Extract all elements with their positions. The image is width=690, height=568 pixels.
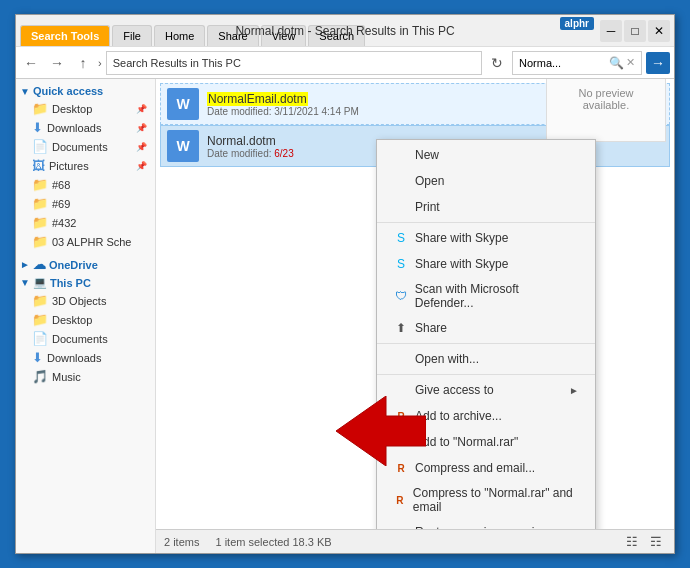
svg-marker-0 [336, 396, 426, 466]
explorer-window: Search Tools File Home Share View Search… [15, 14, 675, 554]
no-preview-panel: No preview available. [546, 79, 666, 142]
list-view-button[interactable]: ☶ [646, 532, 666, 552]
menu-item-new[interactable]: New [377, 142, 595, 168]
tab-file[interactable]: File [112, 25, 152, 46]
menu-item-open[interactable]: Open [377, 168, 595, 194]
sidebar-item-music[interactable]: 🎵 Music [16, 367, 155, 386]
pictures-folder-icon: 🖼 [32, 158, 45, 173]
folder-icon: 📄 [32, 331, 48, 346]
onedrive-icon: ☁ [33, 257, 46, 272]
sidebar-item-downloads-pc[interactable]: ⬇ Downloads [16, 348, 155, 367]
quick-access-label: Quick access [33, 85, 103, 97]
forward-button[interactable]: → [46, 52, 68, 74]
menu-label-share: Share [415, 321, 447, 335]
title-bar: Search Tools File Home Share View Search… [16, 15, 674, 47]
menu-item-skype2[interactable]: S Share with Skype [377, 251, 595, 277]
main-area: ▼ Quick access 📁 Desktop 📌 ⬇ Downloads 📌… [16, 79, 674, 553]
refresh-button[interactable]: ↻ [486, 52, 508, 74]
maximize-button[interactable]: □ [624, 20, 646, 42]
sidebar-item-3dobjects[interactable]: 📁 3D Objects [16, 291, 155, 310]
sidebar-item-69[interactable]: 📁 #69 [16, 194, 155, 213]
menu-label-openwith: Open with... [415, 352, 479, 366]
menu-separator-2 [377, 343, 595, 344]
skype-icon-2: S [393, 256, 409, 272]
pin-icon: 📌 [136, 104, 147, 114]
menu-label-addarchive: Add to archive... [415, 409, 502, 423]
sidebar-item-label: Desktop [52, 103, 92, 115]
skype-icon: S [393, 230, 409, 246]
winrar-icon-4: R [393, 492, 407, 508]
arrow-container [336, 396, 426, 469]
address-input[interactable] [106, 51, 482, 75]
sidebar-item-downloads[interactable]: ⬇ Downloads 📌 [16, 118, 155, 137]
view-controls: ☷ ☶ [622, 532, 666, 552]
clear-search-icon[interactable]: ✕ [626, 56, 635, 69]
sidebar-item-label: Downloads [47, 122, 101, 134]
menu-separator-3 [377, 374, 595, 375]
alphr-badge: alphr [560, 17, 594, 30]
menu-item-restore[interactable]: Restore previous versions [377, 519, 595, 529]
sidebar-item-desktop[interactable]: 📁 Desktop 📌 [16, 99, 155, 118]
red-arrow-svg [336, 396, 426, 466]
sidebar-item-pictures[interactable]: 🖼 Pictures 📌 [16, 156, 155, 175]
this-pc-header[interactable]: ▼ 💻 This PC [16, 274, 155, 291]
menu-item-print[interactable]: Print [377, 194, 595, 220]
menu-label-skype2: Share with Skype [415, 257, 508, 271]
defender-icon: 🛡 [393, 288, 409, 304]
tab-home[interactable]: Home [154, 25, 205, 46]
menu-label-open: Open [415, 174, 444, 188]
sidebar-item-432[interactable]: 📁 #432 [16, 213, 155, 232]
open-icon [393, 173, 409, 189]
this-pc-icon: 💻 [33, 276, 47, 289]
minimize-button[interactable]: ─ [600, 20, 622, 42]
sidebar-item-label: #68 [52, 179, 70, 191]
back-button[interactable]: ← [20, 52, 42, 74]
menu-item-openwith[interactable]: Open with... [377, 346, 595, 372]
onedrive-header[interactable]: ► ☁ OneDrive [16, 255, 155, 274]
address-bar: ← → ↑ › ↻ 🔍 ✕ → [16, 47, 674, 79]
chevron-down-icon: ▼ [20, 86, 30, 97]
up-button[interactable]: ↑ [72, 52, 94, 74]
go-button[interactable]: → [646, 52, 670, 74]
quick-access-header[interactable]: ▼ Quick access [16, 83, 155, 99]
file-name-text: NormalEmail.dotm [207, 92, 308, 106]
search-input[interactable] [519, 57, 609, 69]
menu-separator-1 [377, 222, 595, 223]
menu-label-skype1: Share with Skype [415, 231, 508, 245]
sidebar-item-documents[interactable]: 📄 Documents 📌 [16, 137, 155, 156]
details-view-button[interactable]: ☷ [622, 532, 642, 552]
menu-item-share[interactable]: ⬆ Share [377, 315, 595, 341]
sidebar-item-label: Desktop [52, 314, 92, 326]
menu-label-giveaccess: Give access to [415, 383, 494, 397]
word-logo: W [176, 96, 189, 112]
restore-icon [393, 524, 409, 529]
sidebar-item-label: Downloads [47, 352, 101, 364]
sidebar-item-label: 03 ALPHR Sche [52, 236, 132, 248]
tab-search-tools[interactable]: Search Tools [20, 25, 110, 46]
menu-item-compressrar[interactable]: R Compress to "Normal.rar" and email [377, 481, 595, 519]
pin-icon: 📌 [136, 123, 147, 133]
search-box[interactable]: 🔍 ✕ [512, 51, 642, 75]
sidebar-item-desktop-pc[interactable]: 📁 Desktop [16, 310, 155, 329]
menu-item-defender[interactable]: 🛡 Scan with Microsoft Defender... [377, 277, 595, 315]
folder-icon: 📁 [32, 196, 48, 211]
folder-icon: 📁 [32, 234, 48, 249]
pin-icon: 📌 [136, 161, 147, 171]
sidebar-item-label: Music [52, 371, 81, 383]
selected-info: 1 item selected 18.3 KB [215, 536, 331, 548]
sidebar-item-label: 3D Objects [52, 295, 106, 307]
folder-icon: 🎵 [32, 369, 48, 384]
sidebar-item-alphr[interactable]: 📁 03 ALPHR Sche [16, 232, 155, 251]
file-list: W NormalEmail.dotm Date modified: 3/11/2… [156, 79, 674, 529]
sidebar-item-documents-pc[interactable]: 📄 Documents [16, 329, 155, 348]
sidebar-item-label: #432 [52, 217, 76, 229]
search-icon: 🔍 [609, 56, 624, 70]
file-info-normalemail: NormalEmail.dotm Date modified: 3/11/202… [207, 92, 593, 117]
no-preview-text: No preview available. [578, 87, 633, 111]
sidebar-item-68[interactable]: 📁 #68 [16, 175, 155, 194]
sidebar-item-label: #69 [52, 198, 70, 210]
menu-label-compress: Compress and email... [415, 461, 535, 475]
menu-item-skype1[interactable]: S Share with Skype [377, 225, 595, 251]
sidebar-item-label: Documents [52, 333, 108, 345]
close-button[interactable]: ✕ [648, 20, 670, 42]
